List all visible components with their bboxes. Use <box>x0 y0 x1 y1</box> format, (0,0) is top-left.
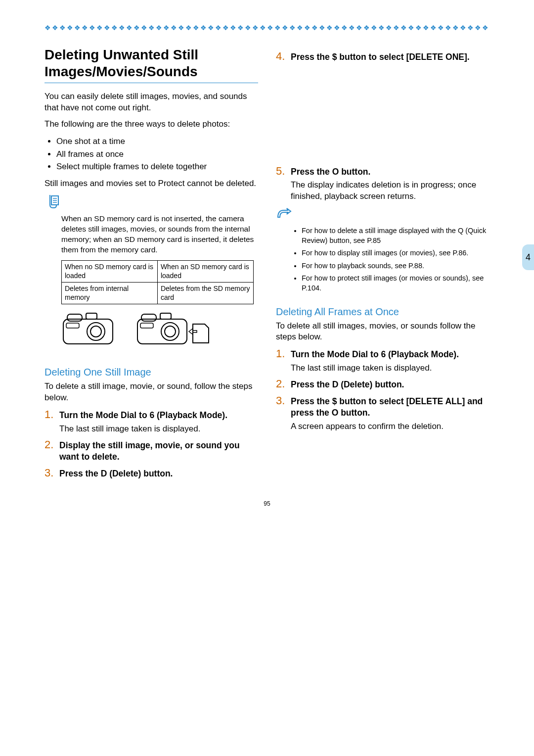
memo-text: When an SD memory card is not inserted, … <box>61 214 258 255</box>
list-item: One shot at a time <box>56 135 258 148</box>
step-body: A screen appears to confirm the deletion… <box>291 421 490 432</box>
left-column: Deleting Unwanted Still Images/Movies/So… <box>44 47 258 480</box>
step-title: Turn the Mode Dial to 6 (Playback Mode). <box>59 409 227 422</box>
delete-methods-list: One shot at a time All frames at once Se… <box>44 135 258 173</box>
list-item: For how to playback sounds, see P.88. <box>302 261 490 271</box>
step-title: Press the $ button to select [DELETE ONE… <box>291 50 470 63</box>
svg-rect-15 <box>140 323 153 328</box>
step-number: 2. <box>44 439 55 451</box>
screenshot-placeholder <box>276 66 490 160</box>
step-number: 4. <box>276 50 287 62</box>
table-cell: When no SD memory card is loaded <box>62 261 158 283</box>
intro-paragraph-2: The following are the three ways to dele… <box>44 119 258 130</box>
svg-rect-8 <box>86 313 97 319</box>
step-number: 3. <box>44 467 55 479</box>
subhead-delete-all: Deleting All Frames at Once <box>276 306 490 318</box>
right-column: 4. Press the $ button to select [DELETE … <box>276 47 490 480</box>
svg-rect-14 <box>160 313 171 319</box>
subhead-delete-one: Deleting One Still Image <box>44 367 258 378</box>
reference-list: For how to delete a still image displaye… <box>293 226 490 293</box>
reference-icon <box>276 214 292 223</box>
list-item: Select multiple frames to delete togethe… <box>56 160 258 173</box>
step-title: Press the D (Delete) button. <box>291 378 404 391</box>
intro-paragraph-1: You can easily delete still images, movi… <box>44 91 258 114</box>
step-title: Turn the Mode Dial to 6 (Playback Mode). <box>291 348 459 361</box>
delete-all-intro: To delete all still images, movies, or s… <box>276 321 490 343</box>
svg-rect-13 <box>141 314 156 321</box>
protect-note: Still images and movies set to Protect c… <box>44 178 258 189</box>
step-number: 2. <box>276 378 287 390</box>
table-cell: Deletes from the SD memory card <box>157 283 253 304</box>
step-title: Press the O button. <box>291 165 370 178</box>
step-title: Press the D (Delete) button. <box>59 467 173 480</box>
step-body: The last still image taken is displayed. <box>291 363 490 374</box>
table-cell: When an SD memory card is loaded <box>157 261 253 283</box>
step-number: 1. <box>276 348 287 360</box>
chapter-tab: 4 <box>522 244 534 270</box>
memory-table: When no SD memory card is loaded When an… <box>61 260 254 304</box>
svg-rect-7 <box>67 314 82 321</box>
svg-point-11 <box>161 323 179 340</box>
svg-rect-9 <box>66 323 79 328</box>
step-number: 1. <box>44 409 55 421</box>
svg-point-5 <box>87 323 105 340</box>
svg-point-12 <box>165 326 176 337</box>
step-body: The display indicates deletion is in pro… <box>291 180 490 202</box>
svg-point-6 <box>90 326 101 337</box>
page-number: 95 <box>44 500 490 507</box>
list-item: For how to protect still images (or movi… <box>302 274 490 293</box>
decorative-divider: ❖❖❖❖❖❖❖❖❖❖❖❖❖❖❖❖❖❖❖❖❖❖❖❖❖❖❖❖❖❖❖❖❖❖❖❖❖❖❖❖… <box>44 24 490 32</box>
list-item: For how to delete a still image displaye… <box>302 226 490 245</box>
camera-sd-icon <box>135 309 210 347</box>
list-item: All frames at once <box>56 148 258 161</box>
step-title: Display the still image, movie, or sound… <box>59 439 258 463</box>
title-rule <box>44 83 258 83</box>
step-body: The last still image taken is displayed. <box>59 424 258 435</box>
camera-internal-icon <box>61 309 116 347</box>
table-cell: Deletes from internal memory <box>62 283 158 304</box>
memo-icon <box>44 194 59 212</box>
list-item: For how to display still images (or movi… <box>302 248 490 258</box>
step-number: 3. <box>276 395 287 407</box>
step-title: Press the $ button to select [DELETE ALL… <box>291 395 490 419</box>
page-title: Deleting Unwanted Still Images/Movies/So… <box>44 47 258 80</box>
step-number: 5. <box>276 165 287 177</box>
delete-one-intro: To delete a still image, movie, or sound… <box>44 381 258 404</box>
